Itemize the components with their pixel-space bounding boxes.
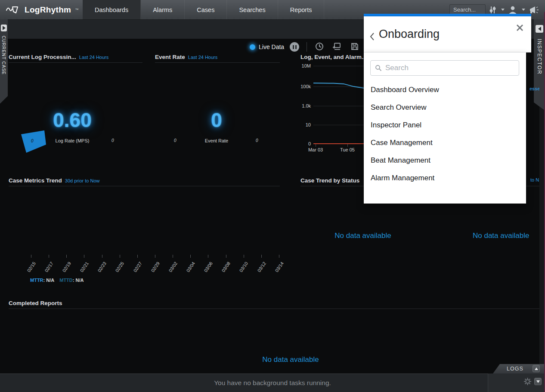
current-case-tab[interactable]: CURRENT CASE — [0, 19, 8, 104]
onboarding-search-box[interactable] — [370, 60, 519, 76]
onboarding-body: Dashboard Overview Search Overview Inspe… — [364, 52, 526, 204]
widget-title-case-metrics: Case Metrics Trend30d prior to Now — [9, 177, 100, 184]
background-tasks-bar: You have no background tasks running. — [0, 373, 545, 392]
user-icon[interactable] — [508, 5, 517, 15]
menu-item-inspector-panel[interactable]: Inspector Panel — [364, 116, 526, 134]
user-dropdown-chevron[interactable] — [522, 9, 525, 11]
event-rate-max-tick: 0 — [256, 138, 258, 143]
event-rate-min-tick: 0 — [174, 138, 177, 143]
tab-dashboards[interactable]: Dashboards — [83, 0, 141, 19]
close-icon[interactable] — [516, 24, 523, 33]
inspector-label: INSPECTOR — [536, 39, 542, 74]
menu-item-dashboard-overview[interactable]: Dashboard Overview — [364, 81, 526, 99]
onboarding-title: Onboarding — [379, 28, 440, 41]
hidden-widget-fragment: esse — [530, 86, 539, 91]
live-data-indicator — [250, 44, 255, 50]
log-processing-range: Last 24 Hours — [79, 55, 108, 60]
filters-icon[interactable] — [489, 6, 497, 14]
widget-title-case-trend: Case Trend by Status — [300, 177, 359, 184]
hidden-range-fragment: to N — [530, 177, 539, 182]
right-widget-no-data: No data available — [473, 231, 542, 240]
mttd-label: MTTD — [59, 278, 73, 283]
tab-reports[interactable]: Reports — [278, 0, 325, 19]
case-metrics-legend: MTTR: N/AMTTD: N/A — [30, 278, 84, 283]
time-range-icon[interactable] — [315, 42, 324, 52]
tab-alarms[interactable]: Alarms — [141, 0, 185, 19]
mttd-value: : N/A — [73, 278, 84, 283]
logs-tab-label: LOGS — [507, 366, 523, 372]
onboarding-menu: Dashboard Overview Search Overview Inspe… — [364, 81, 526, 187]
pause-button[interactable] — [290, 42, 299, 52]
event-rate-range: Last 24 Hours — [188, 55, 217, 60]
logrhythm-logo-icon — [6, 5, 21, 15]
event-rate-label: Event Rate — [186, 138, 247, 143]
save-dashboard-icon[interactable] — [350, 42, 359, 52]
mttr-label: MTTR — [30, 278, 43, 283]
onboarding-header: Onboarding — [364, 16, 531, 52]
logrhythm-app: LogRhythm ™ Dashboards Alarms Cases Sear… — [0, 0, 545, 392]
brand: LogRhythm ™ — [6, 0, 78, 19]
background-tasks-message: You have no background tasks running. — [0, 374, 545, 392]
filters-dropdown-chevron[interactable] — [501, 9, 505, 11]
main-nav-tabs: Dashboards Alarms Cases Searches Reports — [83, 0, 324, 19]
widget-title-log-processing: Current Log Processin...Last 24 Hours — [9, 54, 108, 60]
inspector-tab[interactable]: INSPECTOR — [534, 19, 545, 111]
live-data-label: Live Data — [259, 43, 284, 50]
current-case-label: CURRENT CASE — [1, 36, 6, 75]
logs-tab[interactable]: LOGS — [493, 364, 545, 373]
event-rate-value: 0 — [173, 108, 260, 132]
case-metrics-range: 30d prior to Now — [65, 178, 100, 183]
log-rate-value: 0.60 — [29, 108, 115, 132]
menu-item-alarm-management[interactable]: Alarm Management — [364, 169, 526, 187]
add-widget-icon[interactable] — [332, 42, 341, 52]
widget-title-log-event-alarm: Log, Event, and Alarm... — [300, 54, 366, 60]
y-tick-100k: 100k — [298, 84, 311, 89]
log-rate-max-tick: 0 — [111, 138, 114, 143]
log-rate-label: Log Rate (MPS) — [42, 138, 102, 143]
tab-searches[interactable]: Searches — [227, 0, 278, 19]
y-tick-10: 10 — [298, 122, 311, 127]
x-tick-mar03: Mar 03 — [304, 147, 327, 152]
logs-controls-panel — [488, 373, 545, 392]
y-tick-1k: 1.0k — [298, 103, 311, 108]
onboarding-search-input[interactable] — [385, 64, 514, 72]
case-trend-no-data: No data available — [300, 231, 425, 240]
expand-logs-icon[interactable] — [533, 365, 540, 372]
widget-title-event-rate: Event RateLast 24 Hours — [155, 54, 217, 60]
widget-title-completed-reports: Completed Reports — [9, 300, 62, 306]
y-tick-0: 0 — [298, 141, 311, 146]
brand-name: LogRhythm — [25, 5, 71, 15]
mttr-value: : N/A — [43, 278, 55, 283]
menu-item-case-management[interactable]: Case Management — [364, 134, 526, 151]
y-tick-10m: 10M — [298, 63, 311, 68]
menu-item-beat-management[interactable]: Beat Management — [364, 151, 526, 169]
menu-item-search-overview[interactable]: Search Overview — [364, 99, 526, 116]
expand-current-case-icon[interactable] — [1, 25, 7, 31]
tab-cases[interactable]: Cases — [185, 0, 227, 19]
brand-trademark: ™ — [75, 8, 78, 12]
toolbar-divider — [307, 42, 307, 52]
case-metrics-axis-ticks — [31, 255, 279, 258]
svg-text:0: 0 — [31, 139, 34, 143]
expand-inspector-icon[interactable] — [536, 25, 543, 33]
logs-settings-gear-icon[interactable] — [523, 377, 532, 386]
log-chart-lines — [313, 65, 364, 146]
completed-reports-no-data: No data available — [228, 355, 353, 364]
announcements-icon[interactable] — [529, 5, 540, 15]
collapse-logs-icon[interactable] — [534, 378, 542, 385]
x-tick-tue05: Tue 05 — [336, 147, 359, 152]
search-icon — [375, 65, 382, 71]
back-icon[interactable] — [369, 32, 375, 43]
case-metrics-date-labels: 02/15 02/17 02/19 02/21 02/23 02/25 02/2… — [31, 259, 279, 259]
